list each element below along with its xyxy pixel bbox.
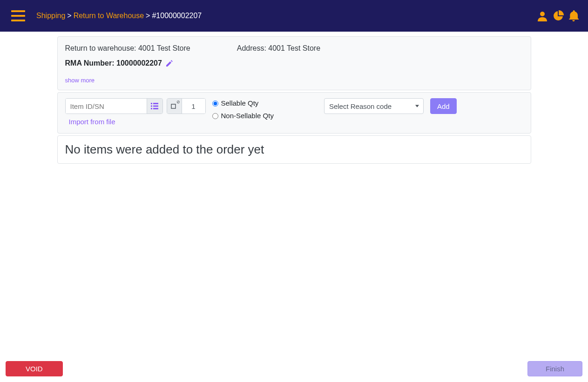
rma-number: RMA Number: 10000002207 <box>65 59 523 67</box>
breadcrumb-return-warehouse[interactable]: Return to Warehouse <box>74 12 144 20</box>
svg-rect-7 <box>171 104 176 108</box>
scan-icon[interactable]: ⊘ <box>167 99 182 114</box>
item-id-group <box>65 98 163 114</box>
svg-rect-3 <box>151 106 152 107</box>
sellable-radio-label: Sellable Qty <box>221 99 259 107</box>
info-card: Return to warehouse: 4001 Test Store Add… <box>57 36 531 90</box>
empty-message: No items were added to the order yet <box>65 142 264 156</box>
list-icon[interactable] <box>147 99 162 114</box>
breadcrumb-separator: > <box>146 12 150 20</box>
chart-pie-icon[interactable] <box>553 10 564 21</box>
add-button[interactable]: Add <box>430 98 457 114</box>
empty-state: No items were added to the order yet <box>57 135 531 164</box>
qty-type-radios: Sellable Qty Non-Sellable Qty <box>212 99 274 120</box>
svg-rect-1 <box>151 103 152 104</box>
main-container: Return to warehouse: 4001 Test Store Add… <box>57 36 531 164</box>
header-icons <box>537 10 579 21</box>
sellable-radio-input[interactable] <box>212 101 218 107</box>
nonsellable-radio-label: Non-Sellable Qty <box>221 112 274 120</box>
menu-icon[interactable] <box>11 10 25 21</box>
reason-select-wrap: Select Reason code <box>324 98 424 114</box>
sellable-qty-radio[interactable]: Sellable Qty <box>212 99 274 107</box>
svg-rect-6 <box>153 108 158 109</box>
bell-icon[interactable] <box>568 10 579 21</box>
svg-point-0 <box>540 12 545 16</box>
show-more-link[interactable]: show more <box>65 77 95 84</box>
app-header: Shipping > Return to Warehouse > #100000… <box>0 0 588 32</box>
reason-code-select[interactable]: Select Reason code <box>324 98 424 114</box>
edit-icon[interactable] <box>166 60 173 67</box>
qty-input[interactable] <box>182 99 205 114</box>
svg-rect-4 <box>153 106 158 107</box>
qty-group: ⊘ <box>167 98 206 114</box>
svg-rect-2 <box>153 103 158 104</box>
breadcrumb: Shipping > Return to Warehouse > #100000… <box>36 12 202 20</box>
address-text: Address: 4001 Test Store <box>237 44 320 53</box>
nonsellable-qty-radio[interactable]: Non-Sellable Qty <box>212 112 274 120</box>
svg-rect-5 <box>151 108 152 109</box>
input-card: ⊘ Import from file Sellable Qty Non-Sell… <box>57 92 531 134</box>
import-from-file-link[interactable]: Import from file <box>69 118 206 126</box>
info-row: Return to warehouse: 4001 Test Store Add… <box>65 44 523 53</box>
breadcrumb-current: #10000002207 <box>152 12 202 20</box>
user-icon[interactable] <box>537 10 548 21</box>
item-id-input[interactable] <box>66 99 147 114</box>
nonsellable-radio-input[interactable] <box>212 113 218 119</box>
breadcrumb-shipping[interactable]: Shipping <box>36 12 65 20</box>
breadcrumb-separator: > <box>67 12 71 20</box>
return-warehouse-text: Return to warehouse: 4001 Test Store <box>65 44 190 53</box>
